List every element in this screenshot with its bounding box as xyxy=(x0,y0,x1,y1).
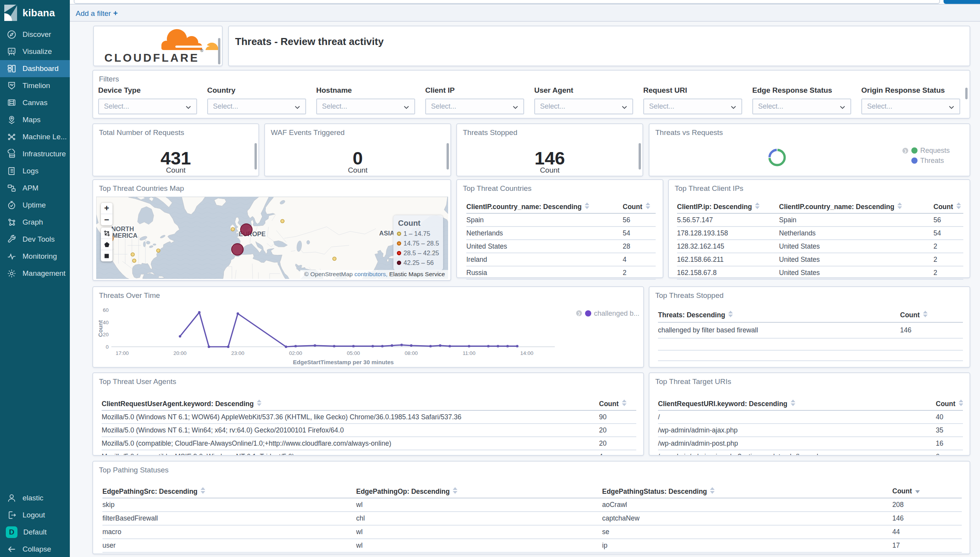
table-cell[interactable]: 5.56.57.147 xyxy=(677,213,779,227)
map-marker[interactable] xyxy=(232,244,243,255)
table-cell[interactable]: Spain xyxy=(779,213,933,227)
sort-caret-icon[interactable] xyxy=(453,487,457,494)
column-header[interactable]: EdgePathingStatus: Descending xyxy=(602,485,892,498)
sort-caret-icon[interactable] xyxy=(257,400,261,406)
table-cell[interactable]: Netherlands xyxy=(466,227,623,240)
data-point[interactable] xyxy=(294,345,297,347)
data-point[interactable] xyxy=(468,345,470,347)
sidebar-item[interactable]: Timelion xyxy=(0,77,70,94)
data-point[interactable] xyxy=(400,344,403,346)
data-point[interactable] xyxy=(198,311,201,313)
table-cell[interactable]: 54 xyxy=(623,227,656,240)
table-cell[interactable]: Russia xyxy=(466,266,623,279)
data-point[interactable] xyxy=(208,346,210,348)
column-header[interactable]: ClientIP.ip: Descending xyxy=(677,200,779,213)
data-point[interactable] xyxy=(285,346,287,348)
attribution-link[interactable]: contributors, xyxy=(355,271,388,277)
table-cell[interactable]: 208 xyxy=(892,498,962,512)
sidebar-item[interactable]: Infrastructure xyxy=(0,145,70,163)
table-cell[interactable]: 146 xyxy=(900,322,963,338)
table-cell[interactable]: Netherlands xyxy=(779,227,933,240)
sort-caret-icon[interactable] xyxy=(201,487,205,494)
data-point[interactable] xyxy=(227,346,229,348)
threat-line-series[interactable] xyxy=(180,312,517,347)
polygon-tool-icon[interactable] xyxy=(101,239,113,250)
data-point[interactable] xyxy=(391,344,393,347)
filter-select[interactable]: Select... xyxy=(643,99,742,114)
table-cell[interactable]: 2 xyxy=(933,253,963,266)
data-point[interactable] xyxy=(237,312,239,315)
table-cell[interactable]: captchaNew xyxy=(602,512,892,525)
query-update-button[interactable] xyxy=(944,0,980,4)
sidebar-item-elastic[interactable]: elastic xyxy=(0,490,70,507)
sort-caret-icon[interactable] xyxy=(622,400,627,406)
data-point[interactable] xyxy=(372,345,374,347)
map-marker[interactable] xyxy=(241,224,252,235)
map-marker[interactable] xyxy=(281,220,284,223)
sidebar-item[interactable]: Machine Le... xyxy=(0,128,70,145)
table-cell[interactable]: Spain xyxy=(466,213,623,227)
sidebar-item[interactable]: Visualize xyxy=(0,43,70,60)
sort-caret-icon[interactable] xyxy=(755,202,760,209)
table-cell[interactable]: 17 xyxy=(892,539,962,552)
table-cell[interactable]: challenged by filter based firewall xyxy=(658,322,900,338)
column-header[interactable]: ClientIP.country_name: Descending xyxy=(779,200,933,213)
sidebar-item[interactable]: Graph xyxy=(0,214,70,231)
legend-item-challenged[interactable]: challenged b... xyxy=(585,310,639,318)
table-cell[interactable]: Ireland xyxy=(466,253,623,266)
column-header[interactable]: EdgePathingSrc: Descending xyxy=(102,485,356,498)
column-header[interactable]: Threats: Descending xyxy=(658,308,900,322)
table-cell[interactable]: /wp-admin/admin-ajax.php xyxy=(658,424,936,437)
table-cell[interactable]: Mozilla/5.0 (Windows NT 6.1; Win64; x64;… xyxy=(102,424,599,437)
panel-scrollbar[interactable] xyxy=(447,143,449,170)
sidebar-item[interactable]: Canvas xyxy=(0,94,70,111)
table-cell[interactable]: aoCrawl xyxy=(602,498,892,512)
table-cell[interactable]: 2 xyxy=(933,240,963,253)
table-cell[interactable]: United States xyxy=(779,240,933,253)
sort-caret-icon[interactable] xyxy=(956,202,961,209)
column-header[interactable]: ClientIP.country_name: Descending xyxy=(466,200,623,213)
table-cell[interactable]: 6 xyxy=(936,450,963,456)
map-marker[interactable] xyxy=(131,253,135,256)
table-cell[interactable]: 54 xyxy=(933,227,963,240)
column-header[interactable]: Count xyxy=(936,397,963,410)
sidebar-item[interactable]: Maps xyxy=(0,111,70,128)
sort-caret-icon[interactable] xyxy=(646,202,650,209)
table-cell[interactable]: 40 xyxy=(936,410,963,424)
sort-caret-icon[interactable] xyxy=(915,490,920,493)
panel-scrollbar[interactable] xyxy=(218,38,220,64)
column-header[interactable]: EdgePathingOp: Descending xyxy=(356,485,602,498)
data-point[interactable] xyxy=(352,345,355,347)
map-marker[interactable] xyxy=(157,249,160,253)
legend-item-threats[interactable]: Threats xyxy=(911,157,944,165)
table-cell[interactable]: United States xyxy=(779,266,933,279)
sidebar-item-logout[interactable]: Logout xyxy=(0,507,70,524)
data-point[interactable] xyxy=(381,345,383,347)
table-cell[interactable]: skip xyxy=(102,498,356,512)
add-filter-link[interactable]: Add a filter+ xyxy=(76,9,118,18)
table-cell[interactable]: 20 xyxy=(599,437,636,450)
table-cell[interactable]: 28 xyxy=(623,240,656,253)
pie-slice[interactable] xyxy=(770,150,777,157)
data-point[interactable] xyxy=(516,345,518,347)
map-marker[interactable] xyxy=(333,257,336,261)
sidebar-item[interactable]: Monitoring xyxy=(0,248,70,265)
zoom-in-button[interactable]: + xyxy=(101,203,113,214)
table-cell[interactable]: 56 xyxy=(933,213,963,227)
sidebar-item[interactable]: APM xyxy=(0,180,70,197)
sort-caret-icon[interactable] xyxy=(585,202,589,209)
column-header[interactable]: Count xyxy=(892,485,962,498)
column-header[interactable]: Count xyxy=(623,200,656,213)
kibana-logo[interactable]: kibana xyxy=(0,0,70,26)
table-cell[interactable]: 146 xyxy=(892,512,962,525)
donut-chart[interactable] xyxy=(767,147,787,168)
table-cell[interactable]: 162.158.67.8 xyxy=(677,266,779,279)
table-cell[interactable]: Mozilla/5.0 (compatible; MSIE 9.0; Windo… xyxy=(102,450,599,456)
table-cell[interactable]: chl xyxy=(356,512,602,525)
sort-caret-icon[interactable] xyxy=(791,400,795,406)
table-cell[interactable]: 16 xyxy=(936,437,963,450)
sidebar-item[interactable]: Discover xyxy=(0,26,70,43)
table-cell[interactable]: Mozilla/5.0 (compatible; CloudFlare-Alwa… xyxy=(102,437,599,450)
data-point[interactable] xyxy=(314,344,316,347)
table-cell[interactable]: 4 xyxy=(623,253,656,266)
